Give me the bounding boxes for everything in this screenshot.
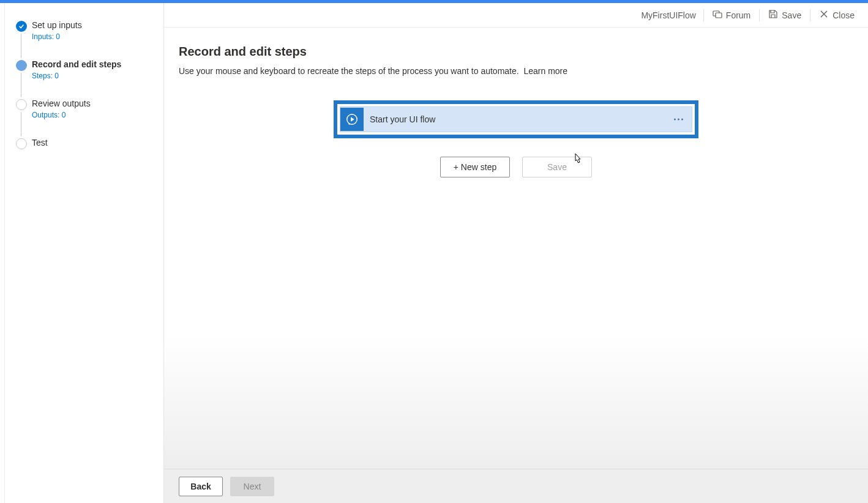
save-icon bbox=[768, 9, 778, 21]
flow-card-wrapper: Start your UI flow bbox=[179, 100, 853, 138]
wizard-step-title: Test bbox=[32, 138, 151, 147]
close-button[interactable]: Close bbox=[810, 3, 863, 28]
footer-bar: Back Next bbox=[164, 469, 868, 503]
page-title: Record and edit steps bbox=[179, 45, 853, 59]
action-row: + New step Save bbox=[179, 157, 853, 177]
header-bar: MyFirstUIFlow Forum Save Close bbox=[164, 3, 868, 28]
flow-start-card[interactable]: Start your UI flow bbox=[334, 100, 698, 138]
left-rail bbox=[0, 3, 5, 503]
close-label: Close bbox=[832, 10, 855, 20]
check-icon bbox=[16, 21, 27, 32]
wizard-step-title: Review outputs bbox=[32, 99, 151, 108]
wizard-step-test[interactable]: Test bbox=[16, 138, 151, 147]
save-button[interactable]: Save bbox=[760, 3, 810, 28]
flow-card-label: Start your UI flow bbox=[370, 114, 435, 124]
save-label: Save bbox=[782, 10, 801, 20]
learn-more-link[interactable]: Learn more bbox=[523, 66, 567, 76]
save-panel-button: Save bbox=[522, 157, 592, 177]
more-menu-icon[interactable] bbox=[674, 119, 683, 121]
flow-name-label: MyFirstUIFlow bbox=[634, 10, 703, 20]
next-button: Next bbox=[230, 477, 274, 496]
wizard-step-inputs[interactable]: Set up inputs Inputs: 0 bbox=[16, 20, 151, 41]
pending-step-icon bbox=[16, 99, 27, 110]
content-area: MyFirstUIFlow Forum Save Close bbox=[164, 3, 868, 503]
wizard-step-title: Set up inputs bbox=[32, 20, 151, 30]
wizard-step-record[interactable]: Record and edit steps Steps: 0 bbox=[16, 59, 151, 80]
wizard-step-title: Record and edit steps bbox=[32, 59, 151, 69]
main-panel: Record and edit steps Use your mouse and… bbox=[164, 28, 868, 503]
close-icon bbox=[819, 9, 829, 21]
wizard-sidebar: Set up inputs Inputs: 0 Record and edit … bbox=[5, 3, 164, 503]
wizard-step-subtitle[interactable]: Inputs: 0 bbox=[32, 32, 151, 41]
forum-icon bbox=[713, 9, 722, 21]
play-icon bbox=[340, 108, 364, 131]
page-description: Use your mouse and keyboard to recreate … bbox=[179, 66, 853, 76]
back-button[interactable]: Back bbox=[179, 477, 223, 496]
pending-step-icon bbox=[16, 138, 27, 149]
wizard-step-subtitle[interactable]: Outputs: 0 bbox=[32, 111, 151, 119]
wizard-step-outputs[interactable]: Review outputs Outputs: 0 bbox=[16, 99, 151, 119]
main-layout: Set up inputs Inputs: 0 Record and edit … bbox=[0, 3, 868, 503]
flow-card-inner: Start your UI flow bbox=[340, 106, 692, 132]
current-step-icon bbox=[16, 60, 27, 71]
new-step-button[interactable]: + New step bbox=[440, 157, 510, 177]
wizard-step-subtitle[interactable]: Steps: 0 bbox=[32, 72, 151, 80]
forum-label: Forum bbox=[726, 10, 750, 20]
forum-button[interactable]: Forum bbox=[704, 3, 759, 28]
svg-rect-1 bbox=[716, 13, 722, 18]
